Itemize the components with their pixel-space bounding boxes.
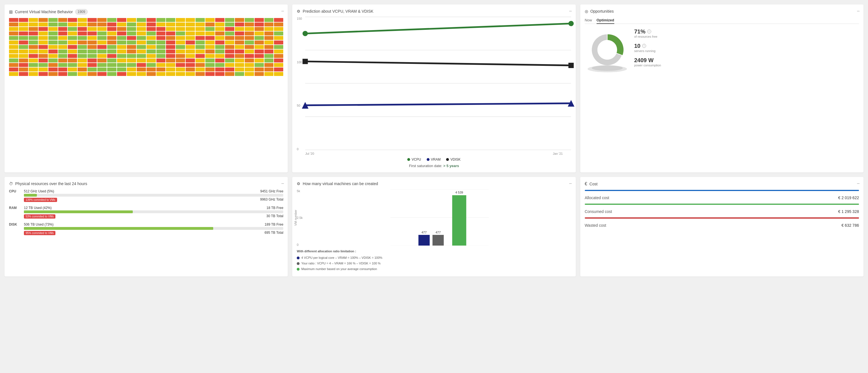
- vm-behavior-card: ⊞ Current Virtual Machine Behavior 1909 …: [4, 4, 288, 173]
- vm-cell: [68, 27, 77, 31]
- vm-cell: [265, 36, 274, 40]
- vm-cell: [166, 40, 175, 44]
- vm-legend-item-2: Your ratio : VCPU = 4 – VRAM = 166 % – V…: [297, 261, 571, 267]
- info-icon-2[interactable]: i: [642, 44, 646, 48]
- legend-dot-gray: [297, 262, 300, 265]
- vm-cell: [186, 18, 195, 22]
- vm-cell: [215, 63, 224, 67]
- vm-cell: [127, 54, 136, 58]
- prediction-header: ⚙ Prediction about VCPU, VRAM & VDISK: [297, 9, 571, 13]
- vm-cell: [19, 45, 28, 49]
- vm-cell: [176, 54, 185, 58]
- vm-cell: [225, 27, 234, 31]
- vm-cell: [68, 63, 77, 67]
- vm-cell: [176, 36, 185, 40]
- vm-cell: [58, 40, 67, 44]
- vm-cell: [147, 59, 156, 62]
- vm-cell: [107, 27, 117, 31]
- servers-count-value: 10: [634, 43, 641, 49]
- vm-cell: [97, 18, 106, 22]
- vm-cell: [274, 67, 283, 71]
- vm-cell: [274, 23, 283, 26]
- vm-cell: [195, 50, 205, 54]
- vm-cell: [225, 23, 234, 26]
- svg-point-7: [568, 21, 574, 26]
- vm-cell: [19, 36, 28, 40]
- cost-card: € Cost – Allocated cost € 2 019 622 Cons…: [580, 177, 864, 277]
- vm-cell: [97, 40, 106, 44]
- vm-cell: [29, 23, 38, 26]
- vm-cell: [195, 18, 205, 22]
- vm-cell: [19, 40, 28, 44]
- svg-text:477: 477: [436, 231, 441, 234]
- minimize-btn-1[interactable]: –: [281, 8, 284, 13]
- vm-cell: [147, 18, 156, 22]
- vm-cell: [235, 63, 244, 67]
- vm-cell: [235, 40, 244, 44]
- vm-cell: [97, 54, 106, 58]
- vm-cell: [38, 54, 48, 58]
- vm-cell: [274, 72, 283, 76]
- legend-vcpu-label: VCPU: [411, 158, 421, 161]
- vm-cell: [58, 32, 67, 35]
- vm-cell: [127, 67, 136, 71]
- vm-cell: [265, 59, 274, 62]
- vm-cell: [38, 45, 48, 49]
- opportunities-title: Opportunities: [590, 9, 614, 13]
- vm-cell: [9, 36, 18, 40]
- vm-cell: [9, 40, 18, 44]
- vm-cell: [156, 63, 166, 67]
- vm-cell: [147, 27, 156, 31]
- power-label: power consumption: [634, 64, 859, 67]
- vm-cell: [147, 32, 156, 35]
- vm-cell: [235, 18, 244, 22]
- vm-cell: [156, 40, 166, 44]
- vm-cell: [49, 50, 58, 54]
- opportunities-card: ◎ Opportunities – Now Optimized: [580, 4, 864, 173]
- vm-cell: [205, 72, 215, 76]
- vm-cell: [176, 50, 185, 54]
- vm-cell: [29, 45, 38, 49]
- cpu-bar-fill: [24, 194, 37, 197]
- vm-cell: [195, 54, 205, 58]
- minimize-btn-6[interactable]: –: [857, 181, 860, 186]
- ram-label: RAM: [9, 206, 22, 210]
- donut-chart: [585, 27, 630, 72]
- minimize-btn-5[interactable]: –: [569, 181, 572, 186]
- vm-cell: [186, 67, 195, 71]
- vm-cell: [29, 27, 38, 31]
- y-axis-label: VM number: [294, 210, 297, 226]
- minimize-btn-4[interactable]: –: [281, 181, 284, 186]
- vm-cell: [88, 63, 97, 67]
- info-icon-1[interactable]: i: [647, 30, 651, 33]
- vm-cell: [254, 32, 264, 35]
- legend-vdisk-label: VDISK: [450, 158, 460, 161]
- physical-resources-card: ⏱ Physical resources over the last 24 ho…: [4, 177, 288, 277]
- vm-cell: [235, 59, 244, 62]
- vm-cell: [254, 45, 264, 49]
- vm-cell: [147, 72, 156, 76]
- vm-cell: [127, 63, 136, 67]
- tab-now[interactable]: Now: [585, 17, 592, 24]
- vm-cell: [186, 50, 195, 54]
- vm-cell: [274, 40, 283, 44]
- vm-creation-header: ⚙ How many virtual machines can be creat…: [297, 181, 571, 186]
- vm-cell: [117, 27, 126, 31]
- minimize-btn-3[interactable]: –: [857, 8, 860, 13]
- vm-cell: [117, 67, 126, 71]
- vm-cell: [127, 59, 136, 62]
- tab-optimized[interactable]: Optimized: [596, 17, 614, 24]
- vm-cell: [195, 27, 205, 31]
- vm-cell: [235, 72, 244, 76]
- disk-label: DISK: [9, 222, 22, 226]
- vm-cell: [235, 50, 244, 54]
- vm-cell: [49, 59, 58, 62]
- vm-cell: [137, 27, 146, 31]
- vm-cell: [254, 40, 264, 44]
- wasted-cost-block: Wasted cost € 632 786: [585, 217, 859, 231]
- minimize-btn-2[interactable]: –: [569, 8, 572, 13]
- opportunities-content: 71% i of resources free 10 i servers run…: [585, 27, 859, 72]
- filter-icon: ⚙: [297, 9, 300, 13]
- vm-cell: [245, 45, 254, 49]
- vm-cell: [9, 59, 18, 62]
